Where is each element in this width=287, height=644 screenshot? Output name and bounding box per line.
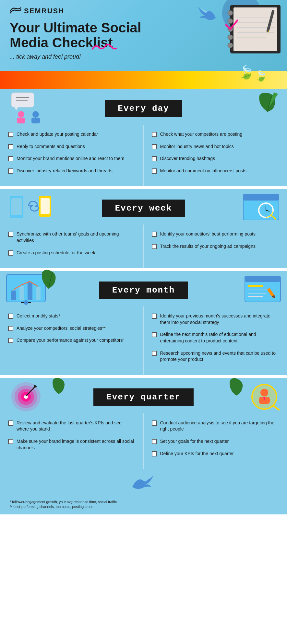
checkbox[interactable] xyxy=(8,314,13,319)
item-text: Create a posting schedule for the week xyxy=(17,250,95,256)
every-quarter-right-col: Conduct audience analysis to see if you … xyxy=(144,413,287,469)
checkbox[interactable] xyxy=(152,232,157,237)
leaf-quarter-right xyxy=(227,376,245,398)
item-text: Synchronize with other teams' goals and … xyxy=(17,231,135,244)
checkbox[interactable] xyxy=(152,132,157,137)
every-quarter-label: Every quarter xyxy=(93,388,194,406)
every-month-right-col: Identify your previous month's successes… xyxy=(144,306,287,375)
every-month-grid: Collect monthly stats* Analyze your comp… xyxy=(0,306,287,375)
checkbox[interactable] xyxy=(152,168,157,174)
checklist-item: Check and update your posting calendar xyxy=(8,131,135,138)
every-quarter-header: Every quarter xyxy=(0,378,287,413)
item-text: Make sure your brand image is consistent… xyxy=(17,438,135,451)
checklist-item: Monitor industry news and hot topics xyxy=(152,144,279,150)
checklist-item: Synchronize with other teams' goals and … xyxy=(8,231,135,244)
checkbox[interactable] xyxy=(152,144,157,149)
checkbox[interactable] xyxy=(152,156,157,161)
checkbox[interactable] xyxy=(8,156,13,161)
checkbox[interactable] xyxy=(152,420,157,426)
every-quarter-grid: Review and evaluate the last quarter's K… xyxy=(0,413,287,469)
every-day-right-col: Check what your competitors are posting … xyxy=(144,125,287,186)
svg-rect-45 xyxy=(248,285,263,287)
item-text: Review and evaluate the last quarter's K… xyxy=(17,420,135,432)
checklist-item: Review and evaluate the last quarter's K… xyxy=(8,420,135,432)
svg-rect-14 xyxy=(11,93,34,107)
svg-rect-21 xyxy=(31,118,40,123)
every-week-right-col: Identify your competitors' best-performi… xyxy=(144,224,287,268)
svg-point-20 xyxy=(32,111,39,118)
checklist-item: Make sure your brand image is consistent… xyxy=(8,438,135,451)
checklist-item: Identify your previous month's successes… xyxy=(152,313,279,326)
item-text: Reply to comments and questions xyxy=(17,144,85,150)
item-text: Identify your previous month's successes… xyxy=(160,313,279,326)
svg-point-40 xyxy=(24,300,28,305)
checkbox[interactable] xyxy=(152,451,157,456)
checklist-item: Research upcoming news and events that c… xyxy=(152,350,279,363)
item-text: Monitor your brand mentions online and r… xyxy=(17,155,124,162)
item-text: Define the next month's ratio of educati… xyxy=(160,331,279,344)
checklist-item: Define your KPIs for the next quarter xyxy=(152,451,279,457)
checkbox[interactable] xyxy=(152,439,157,444)
gradient-banner: 🍃 🍃 xyxy=(0,71,287,89)
checklist-item: Conduct audience analysis to see if you … xyxy=(152,420,279,432)
checklist-item: Monitor your brand mentions online and r… xyxy=(8,155,135,162)
bird-bottom-decoration xyxy=(0,469,287,495)
svg-rect-19 xyxy=(17,118,25,123)
leaf-decoration-1: 🍃 xyxy=(238,65,255,80)
checkmark-icon xyxy=(224,18,239,34)
footer: * follower/engagement growth, your avg r… xyxy=(0,495,287,514)
checklist-item: Identify your competitors' best-performi… xyxy=(152,231,279,237)
item-text: Check what your competitors are posting xyxy=(160,131,243,138)
checkbox[interactable] xyxy=(8,232,13,237)
audience-icon xyxy=(246,381,282,412)
checkbox[interactable] xyxy=(8,250,13,256)
checkbox[interactable] xyxy=(8,338,13,343)
svg-rect-29 xyxy=(243,194,279,201)
checklist-item: Discover industry-related keywords and t… xyxy=(8,168,135,174)
item-text: Set your goals for the next quarter xyxy=(160,438,229,445)
every-day-header: Every day xyxy=(0,89,287,125)
item-text: Identify your competitors' best-performi… xyxy=(160,231,256,237)
checkbox[interactable] xyxy=(152,351,157,356)
every-week-label: Every week xyxy=(102,200,185,217)
svg-rect-44 xyxy=(245,276,281,282)
sync-icon xyxy=(6,189,52,223)
every-month-left-col: Collect monthly stats* Analyze your comp… xyxy=(0,306,144,375)
squiggle-decoration xyxy=(91,42,117,53)
search-analytics-icon xyxy=(242,192,281,223)
checklist-item: Reply to comments and questions xyxy=(8,144,135,150)
checklist-item: Collect monthly stats* xyxy=(8,313,135,319)
checkbox[interactable] xyxy=(8,326,13,331)
checkbox[interactable] xyxy=(8,420,13,426)
checkbox[interactable] xyxy=(152,332,157,337)
every-day-section: Every day Check and update your posting … xyxy=(0,89,287,186)
target-icon xyxy=(5,378,47,413)
checkbox[interactable] xyxy=(152,244,157,249)
checkbox[interactable] xyxy=(152,314,157,319)
bird-icon-top xyxy=(196,5,219,26)
svg-marker-17 xyxy=(15,107,18,110)
every-month-label: Every month xyxy=(99,282,188,299)
logo-text: SEMRUSH xyxy=(24,7,64,15)
item-text: Check and update your posting calendar xyxy=(17,131,98,138)
checklist-item: Discover trending hashtags xyxy=(152,155,279,162)
svg-point-6 xyxy=(228,43,233,48)
checklist-item: Compare your performance against your co… xyxy=(8,337,135,344)
checkbox[interactable] xyxy=(8,132,13,137)
checklist-item: Monitor and comment on influencers' post… xyxy=(152,168,279,174)
checkbox[interactable] xyxy=(8,439,13,444)
checkbox[interactable] xyxy=(8,144,13,149)
checklist-item: Check what your competitors are posting xyxy=(152,131,279,138)
footer-note-2: ** best-performing channels, top posts, … xyxy=(10,505,277,509)
checkbox[interactable] xyxy=(8,168,13,174)
header-section: SEMRUSH Your Ultimate Social Media Check… xyxy=(0,0,287,71)
item-text: Collect monthly stats* xyxy=(17,313,60,319)
leaf-month-left xyxy=(39,268,58,292)
svg-rect-23 xyxy=(11,198,22,215)
svg-rect-27 xyxy=(41,198,50,214)
checklist-item: Track the results of your ongoing ad cam… xyxy=(152,243,279,250)
svg-rect-38 xyxy=(28,282,32,300)
checklist-item: Analyze your competitors' social strateg… xyxy=(8,325,135,332)
svg-rect-37 xyxy=(19,286,24,300)
svg-point-5 xyxy=(228,35,233,40)
